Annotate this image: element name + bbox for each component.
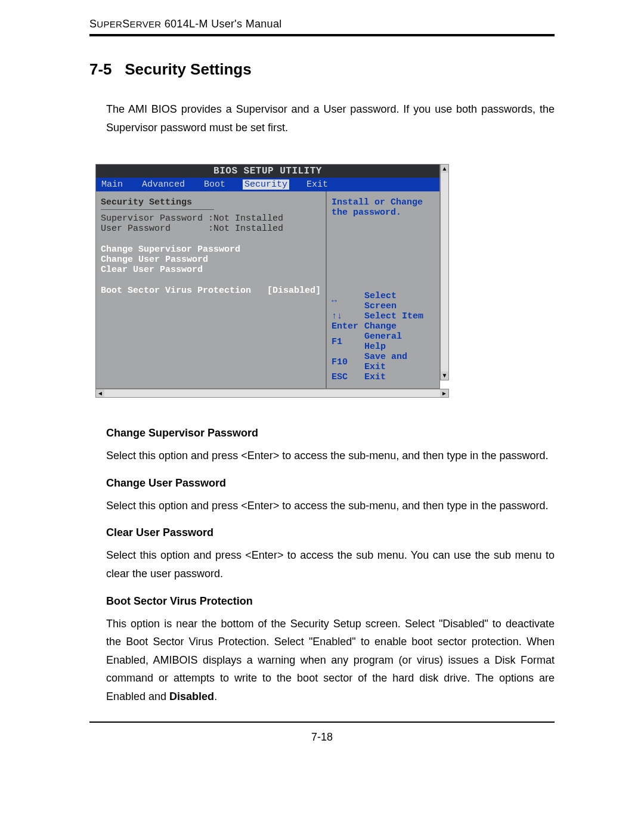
sub-bsvp-body-pre: This option is near the bottom of the Se… [106,618,555,702]
scroll-down-icon[interactable]: ▼ [441,371,448,380]
hint-action-save: Save and Exit [364,352,435,372]
bios-help-text: Install or Change the password. [332,197,435,218]
bios-user-value: :Not Installed [208,224,283,234]
section-title: 7-5 Security Settings [89,60,555,79]
bios-bsvp-value: [Disabled] [267,286,321,296]
bios-key-hints: ↔Select Screen ↑↓Select Item EnterChange… [332,291,435,382]
hint-action-change: Change [364,321,435,332]
sub-clear-user-title: Clear User Password [106,527,555,539]
sub-clear-user-body: Select this option and press <Enter> to … [106,546,555,583]
footer-rule [89,721,555,723]
bios-menu-boot[interactable]: Boot [202,179,227,190]
hint-key-enter: Enter [332,321,364,332]
hint-action-select-screen: Select Screen [364,291,435,311]
bios-menu-bar: Main Advanced Boot Security Exit [96,178,439,191]
bios-menu-main[interactable]: Main [100,179,125,190]
scroll-up-icon[interactable]: ▲ [441,165,448,173]
bios-divider [101,209,214,210]
scroll-left-icon[interactable]: ◄ [96,389,104,397]
header-frag-1: UPER [97,19,122,29]
sub-bsvp-body: This option is near the bottom of the Se… [106,615,555,706]
header-model: 6014L-M User's Manual [161,18,281,30]
bios-pane-heading: Security Settings [101,197,321,208]
bios-menu-advanced[interactable]: Advanced [140,179,187,190]
bios-bsvp-label: Boot Sector Virus Protection [101,286,251,296]
sub-bsvp-title: Boot Sector Virus Protection [106,595,555,608]
hint-action-exit: Exit [364,372,435,382]
hint-key-f10: F10 [332,352,364,372]
section-heading: Security Settings [125,60,251,78]
bios-right-pane: Install or Change the password. ↔Select … [327,191,439,388]
hint-action-select-item: Select Item [364,311,435,321]
bios-supervisor-value: :Not Installed [208,213,283,224]
section-number: 7-5 [89,60,112,78]
bios-menu-security[interactable]: Security [243,179,289,190]
bios-item-change-supervisor[interactable]: Change Supervisor Password [101,244,321,255]
header-char-1: S [89,18,97,30]
scrollbar-vertical[interactable]: ▲ ▼ [440,164,449,380]
bios-item-change-user[interactable]: Change User Password [101,255,321,265]
hint-key-ud: ↑↓ [332,311,364,321]
bios-window-title: BIOS SETUP UTILITY [96,165,439,178]
scrollbar-horizontal[interactable]: ◄ ► [95,389,449,398]
running-header: SUPERSERVER 6014L-M User's Manual [89,18,555,30]
page-number: 7-18 [89,731,555,744]
bios-left-pane: Security Settings Supervisor Password :N… [96,191,327,388]
intro-paragraph: The AMI BIOS provides a Supervisor and a… [106,100,555,137]
bios-item-clear-user[interactable]: Clear User Password [101,265,321,275]
sub-change-supervisor-title: Change Supervisor Password [106,427,555,439]
bios-user-row: User Password :Not Installed [101,224,321,234]
sub-change-supervisor-body: Select this option and press <Enter> to … [106,447,555,465]
sub-bsvp-body-bold: Disabled [169,690,214,702]
hint-action-help: General Help [364,332,435,352]
hint-key-esc: ESC [332,372,364,382]
header-rule [89,34,555,36]
bios-supervisor-label: Supervisor Password [101,213,203,224]
bios-screenshot: BIOS SETUP UTILITY Main Advanced Boot Se… [95,164,440,389]
bios-item-bsvp[interactable]: Boot Sector Virus Protection [Disabled] [101,286,321,296]
bios-menu-exit[interactable]: Exit [305,179,330,190]
scroll-right-icon[interactable]: ► [440,389,448,397]
sub-change-user-body: Select this option and press <Enter> to … [106,497,555,515]
bios-user-label: User Password [101,224,171,234]
hint-key-lr: ↔ [332,291,364,311]
header-frag-2: ERVER [130,19,162,29]
sub-change-user-title: Change User Password [106,477,555,490]
sub-bsvp-body-post: . [214,690,217,702]
bios-supervisor-row: Supervisor Password :Not Installed [101,213,321,224]
header-char-2: S [122,18,129,30]
hint-key-f1: F1 [332,332,364,352]
